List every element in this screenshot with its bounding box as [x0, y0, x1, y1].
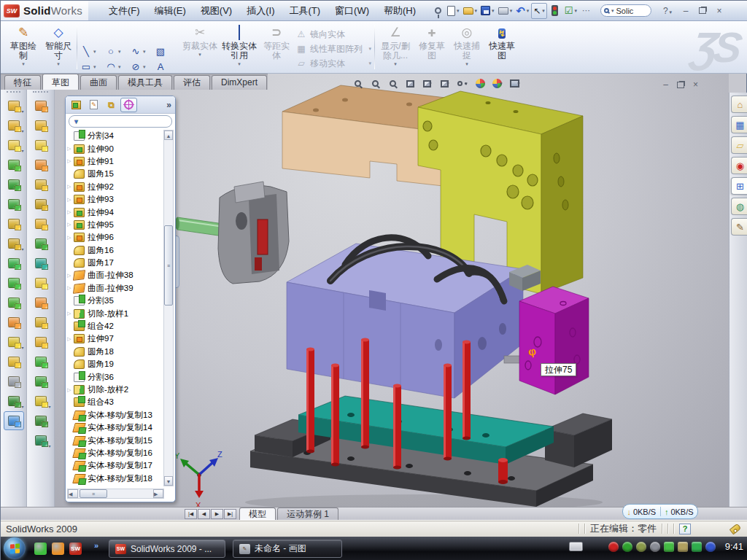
dropdown-caret-icon[interactable]: ▾ [48, 404, 50, 409]
zoom-to-area-button[interactable] [368, 77, 382, 90]
selection-filter-button[interactable]: ⋯ [579, 3, 594, 19]
tree-item-6[interactable]: ▷拉伸94 [67, 206, 163, 218]
shell-button[interactable] [4, 175, 24, 194]
prev-tab-button[interactable]: ◀ [198, 509, 210, 519]
expand-arrow-icon[interactable]: ▷ [67, 146, 74, 152]
extruded-cut-button[interactable]: ▾ [4, 116, 24, 135]
tree-item-8[interactable]: ▷拉伸96 [67, 231, 163, 244]
deform-button[interactable] [31, 195, 51, 214]
expand-arrow-icon[interactable]: ▷ [67, 209, 74, 215]
scroll-down-button[interactable]: ▼ [164, 476, 173, 486]
command-tab-0[interactable]: 特征 [4, 75, 41, 90]
network-status-tray-icon[interactable] [664, 542, 674, 552]
input-method-keyboard-icon[interactable] [569, 542, 583, 551]
undo-button[interactable]: ↶ [514, 3, 530, 19]
expand-arrow-icon[interactable]: ▷ [67, 336, 74, 342]
arc-tool-button[interactable]: ◠ [104, 60, 118, 74]
menubar-item-5[interactable]: 窗口(W) [328, 1, 376, 20]
rebuild-button[interactable] [548, 3, 562, 19]
menubar-item-4[interactable]: 工具(T) [282, 1, 328, 20]
helix-curve-button[interactable]: ▾ [31, 431, 51, 450]
health-monitor-tray-icon[interactable] [692, 542, 702, 552]
extruded-boss-button[interactable]: ▾ [4, 96, 24, 115]
sync-status-tray-icon[interactable] [705, 542, 716, 552]
solidworks-search-tab[interactable]: ◉ [731, 157, 747, 174]
dropdown-caret-icon[interactable]: ▾ [48, 443, 50, 448]
split-body-button[interactable] [4, 273, 24, 292]
tree-item-1[interactable]: ▷拉伸90 [67, 142, 163, 155]
quick-launch-overflow-chevron[interactable]: » [94, 541, 98, 550]
dropdown-caret-icon[interactable] [7, 61, 40, 66]
tree-item-19[interactable]: 分割36 [67, 370, 163, 383]
taskbar-button-paint[interactable]: ✎未命名 - 画图 [233, 540, 342, 558]
line-tool-button[interactable]: ╲ [79, 44, 93, 59]
command-tab-1[interactable]: 草图 [42, 74, 79, 90]
tree-item-12[interactable]: ▷曲面-拉伸39 [67, 282, 163, 295]
save-button[interactable] [479, 3, 496, 19]
sketch-text-tool-button[interactable]: A [153, 60, 168, 74]
next-tab-button[interactable]: ▶ [211, 509, 223, 519]
tree-item-9[interactable]: 圆角16 [67, 244, 163, 257]
fillet-button[interactable]: ▾ [4, 136, 24, 155]
security-shield-tray-icon[interactable] [622, 542, 632, 552]
wrap-button[interactable] [4, 214, 24, 233]
hide-show-items-button[interactable]: ▾ [456, 77, 469, 90]
featuremanager-tree-tab[interactable] [68, 98, 85, 112]
rib-button[interactable] [4, 155, 24, 174]
dropdown-caret-icon[interactable]: ▾ [143, 60, 148, 74]
dropdown-caret-icon[interactable]: ▾ [21, 404, 23, 409]
toolbar-grip[interactable] [7, 91, 20, 95]
freeform-button[interactable] [31, 273, 51, 292]
circle-tool-button[interactable]: ○ [104, 44, 118, 59]
apply-scene-button[interactable]: ▾ [491, 77, 504, 90]
loft-button[interactable] [31, 293, 51, 312]
quick-tips-help-button[interactable]: ? [679, 524, 691, 534]
dropdown-caret-icon[interactable]: ▾ [21, 246, 23, 252]
command-tab-4[interactable]: 评估 [174, 75, 210, 90]
display-style-button[interactable]: ▾ [438, 77, 452, 90]
dropdown-caret-icon[interactable]: ▾ [93, 44, 98, 59]
expand-arrow-icon[interactable]: ▷ [67, 235, 74, 241]
flex-button[interactable] [31, 155, 51, 174]
menubar-item-0[interactable]: 文件(F) [101, 1, 147, 20]
tree-item-27[interactable]: 实体-移动/复制18 [67, 472, 163, 485]
indent-button[interactable] [31, 214, 51, 233]
doc-restore-button[interactable] [677, 82, 684, 88]
last-tab-button[interactable]: ▶| [224, 509, 236, 519]
tree-item-15[interactable]: 组合42 [67, 320, 163, 332]
sketch-point-button[interactable]: ▾ [31, 392, 51, 411]
dropdown-caret-icon[interactable]: ▾ [143, 44, 148, 59]
cylinder-dome-button[interactable] [31, 372, 51, 391]
reference-plane-button[interactable] [4, 352, 24, 371]
dropdown-caret-icon[interactable]: ▾ [118, 44, 123, 59]
tree-filter-input[interactable] [69, 115, 172, 128]
search-input[interactable]: ▾ Solic [600, 4, 651, 17]
dropdown-caret-icon[interactable]: ▾ [517, 81, 520, 87]
tree-item-21[interactable]: 组合43 [67, 396, 163, 408]
dropdown-caret-icon[interactable]: ▾ [21, 128, 23, 133]
menubar-item-6[interactable]: 帮助(H) [376, 1, 423, 20]
document-tab-1[interactable]: 运动算例 1 [277, 508, 338, 520]
reference-axis-button[interactable] [4, 372, 24, 391]
design-library-tab[interactable]: ▦ [731, 116, 747, 133]
clamp-block[interactable] [218, 182, 289, 284]
scroll-up-button[interactable]: ▲ [164, 131, 173, 140]
doc-minimize-button[interactable]: – [663, 79, 668, 90]
appearances-scenes-tab[interactable]: ◍ [731, 198, 747, 215]
tree-item-5[interactable]: ▷拉伸93 [67, 193, 163, 206]
tree-item-11[interactable]: ▷曲面-拉伸38 [67, 269, 163, 281]
spline-curve-button[interactable] [31, 411, 51, 430]
dropdown-caret-icon[interactable]: ▾ [93, 60, 98, 74]
file-explorer-tab[interactable]: ▱ [731, 136, 747, 154]
dropdown-caret-icon[interactable]: ▾ [21, 345, 23, 350]
media-player-quicklaunch-button[interactable] [52, 542, 64, 555]
tree-item-25[interactable]: 实体-移动/复制16 [67, 447, 163, 459]
join-bodies-button[interactable] [4, 293, 24, 312]
scroll-thumb[interactable]: ≡ [164, 225, 173, 306]
tree-item-24[interactable]: 实体-移动/复制15 [67, 434, 163, 446]
tree-item-18[interactable]: 圆角19 [67, 358, 163, 370]
expand-arrow-icon[interactable]: ▷ [67, 222, 74, 228]
command-tab-2[interactable]: 曲面 [80, 75, 117, 90]
ellipse-tool-button[interactable]: ⊘ [128, 60, 143, 74]
tree-item-2[interactable]: ▷拉伸91 [67, 155, 163, 168]
